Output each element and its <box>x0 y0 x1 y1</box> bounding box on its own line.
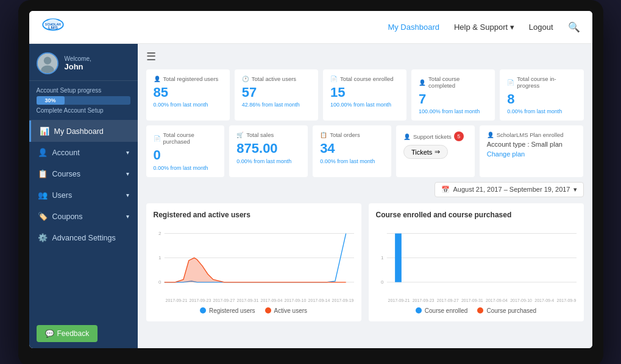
tickets-button[interactable]: Tickets ⇒ <box>403 145 448 159</box>
stat-card-completed: 👤 Total course completed 7 100.00% from … <box>411 69 495 121</box>
chevron-down-icon-2: ▾ <box>126 170 129 177</box>
dashboard-icon: 📊 <box>40 127 49 136</box>
dropdown-arrow-icon: ▾ <box>573 186 577 194</box>
user-name: John <box>65 62 91 71</box>
stat-value-registered: 85 <box>154 85 222 100</box>
support-card: 👤 Support tickets 5 Tickets ⇒ <box>396 125 475 177</box>
date-range-label: August 21, 2017 – September 19, 2017 <box>453 186 570 193</box>
legend-active: Active users <box>265 307 307 314</box>
person-icon: 👤 <box>154 75 161 82</box>
main-content: ☰ 👤 Total registered users 85 0.00% from… <box>138 44 592 348</box>
nav-my-dashboard[interactable]: My Dashboard <box>388 23 439 32</box>
stat-label-sales: 🛒 Total sales <box>236 131 300 138</box>
stat-card-registered-users: 👤 Total registered users 85 0.00% from l… <box>146 69 230 121</box>
user-info: Welcome, John <box>65 55 91 71</box>
stat-label-completed: 👤 Total course completed <box>419 75 488 89</box>
chart-legend-2: Course enrolled Course purchased <box>376 307 577 314</box>
chart-svg-1: 2 1 0 <box>154 224 354 297</box>
plan-card: 👤 ScholarLMS Plan enrolled Account type … <box>480 125 584 177</box>
svg-marker-13 <box>164 257 346 282</box>
stat-change-enrolled: 100.00% from last month <box>330 102 399 108</box>
progress-bar-fill: 30% <box>37 96 65 105</box>
coupons-icon: 🏷️ <box>38 212 48 221</box>
stat-change-active: 42.86% from last month <box>242 102 311 108</box>
sidebar-item-users-label: Users <box>52 191 73 200</box>
legend-registered: Registered users <box>200 307 255 314</box>
feedback-button[interactable]: 💬 Feedback <box>37 325 98 342</box>
sidebar-user: Welcome, John <box>29 44 138 81</box>
stat-change-sales: 0.00% from last month <box>236 158 300 164</box>
date-range-button[interactable]: 📅 August 21, 2017 – September 19, 2017 ▾ <box>435 182 583 197</box>
chart-svg-2: 1 0 <box>376 224 577 297</box>
legend-dot-registered <box>200 307 206 313</box>
ticket-icon: 👤 <box>403 133 411 140</box>
chart-card-2: Course enrolled and course purchased 1 0 <box>369 203 584 321</box>
chevron-down-icon-4: ▾ <box>126 213 129 220</box>
tickets-label: Tickets <box>411 149 432 156</box>
hamburger-menu[interactable]: ☰ <box>146 50 584 63</box>
charts-row: Registered and active users 2 1 0 <box>146 203 584 321</box>
legend-label-active: Active users <box>274 307 307 314</box>
main-layout: Welcome, John Account Setup progress 30%… <box>29 44 592 348</box>
chart-x-labels-2: 2017-09-21 2017-09-23 2017-09-27 2017-09… <box>376 298 577 303</box>
calendar-icon: 📅 <box>441 186 450 194</box>
support-label: 👤 Support tickets 5 <box>403 131 467 141</box>
stat-change-purchased: 0.00% from last month <box>154 165 218 171</box>
legend-course-enrolled: Course enrolled <box>416 307 468 314</box>
stat-label-registered: 👤 Total registered users <box>154 75 222 82</box>
plan-icon: 👤 <box>487 131 494 138</box>
stats-row-2: 📄 Total course purchased 0 0.00% from la… <box>146 125 584 177</box>
svg-point-5 <box>43 57 51 64</box>
chevron-down-icon-3: ▾ <box>126 192 129 198</box>
doc-icon-1: 📄 <box>330 75 338 82</box>
stat-change-completed: 100.00% from last month <box>419 108 488 114</box>
legend-dot-active <box>265 307 271 313</box>
svg-text:0: 0 <box>380 279 383 285</box>
feedback-label: Feedback <box>57 329 90 338</box>
stat-change-inprogress: 0.00% from last month <box>507 108 576 114</box>
logo-area: SCHOLAR LMS <box>41 16 65 39</box>
stats-row-1: 👤 Total registered users 85 0.00% from l… <box>146 69 584 121</box>
plan-type: Account type : Small plan <box>487 141 577 148</box>
chart-card-1: Registered and active users 2 1 0 <box>146 203 361 321</box>
laptop-screen: SCHOLAR LMS My Dashboard Help & Support … <box>29 11 592 348</box>
cart-icon: 🛒 <box>236 131 244 138</box>
nav-help-support[interactable]: Help & Support ▾ <box>454 23 514 32</box>
stat-label-active: 🕐 Total active users <box>242 75 311 82</box>
sidebar-item-courses[interactable]: 📋 Courses ▾ <box>29 163 138 184</box>
sidebar-item-coupons-label: Coupons <box>52 212 83 221</box>
search-icon[interactable]: 🔍 <box>568 21 580 33</box>
sidebar-item-users[interactable]: 👥 Users ▾ <box>29 184 138 206</box>
ticket-badge: 5 <box>454 131 464 141</box>
sidebar: Welcome, John Account Setup progress 30%… <box>29 44 138 348</box>
orders-icon: 📋 <box>320 131 327 138</box>
sidebar-item-dashboard[interactable]: 📊 My Dashboard <box>29 121 138 142</box>
chart-legend-1: Registered users Active users <box>154 307 354 314</box>
stat-value-orders: 34 <box>320 141 384 156</box>
stat-card-inprogress: 📄 Total course in-progress 8 0.00% from … <box>500 69 583 121</box>
sidebar-item-account[interactable]: 👤 Account ▾ <box>29 142 138 163</box>
chevron-down-icon: ▾ <box>126 149 129 156</box>
nav-logout[interactable]: Logout <box>529 23 553 32</box>
stat-label-inprogress: 📄 Total course in-progress <box>507 75 576 89</box>
legend-label-purchased: Course purchased <box>486 307 536 314</box>
chart-x-labels-1: 2017-09-21 2017-09-23 2017-09-27 2017-09… <box>154 298 354 303</box>
stat-value-sales: 875.00 <box>236 141 300 156</box>
avatar <box>37 52 59 74</box>
sidebar-item-advanced[interactable]: ⚙️ Advanced Settings <box>29 227 138 248</box>
complete-setup-link[interactable]: Complete Account Setup <box>37 107 130 114</box>
legend-dot-enrolled <box>416 307 422 313</box>
stat-label-enrolled: 📄 Total course enrolled <box>330 75 399 82</box>
sidebar-item-account-label: Account <box>52 149 80 157</box>
sidebar-item-coupons[interactable]: 🏷️ Coupons ▾ <box>29 206 138 227</box>
stat-value-enrolled: 15 <box>330 85 399 100</box>
svg-text:0: 0 <box>158 279 161 285</box>
doc-icon-2: 📄 <box>154 135 161 142</box>
chart-wrapper-2: 1 0 <box>376 224 577 297</box>
svg-text:2: 2 <box>158 231 161 236</box>
change-plan-link[interactable]: Change plan <box>487 150 577 158</box>
account-setup: Account Setup progress 30% Complete Acco… <box>29 81 138 121</box>
sidebar-item-advanced-label: Advanced Settings <box>52 234 116 242</box>
stat-value-active: 57 <box>242 85 311 100</box>
settings-icon: ⚙️ <box>38 233 48 242</box>
